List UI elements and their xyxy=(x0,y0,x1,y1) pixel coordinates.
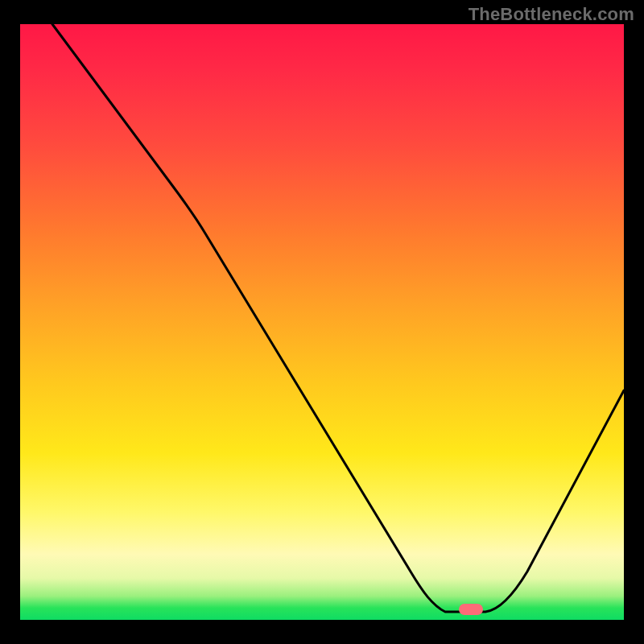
chart-plot-area xyxy=(20,24,624,620)
optimal-marker xyxy=(459,604,483,615)
bottleneck-curve xyxy=(20,24,624,620)
watermark-text: TheBottleneck.com xyxy=(469,4,634,25)
